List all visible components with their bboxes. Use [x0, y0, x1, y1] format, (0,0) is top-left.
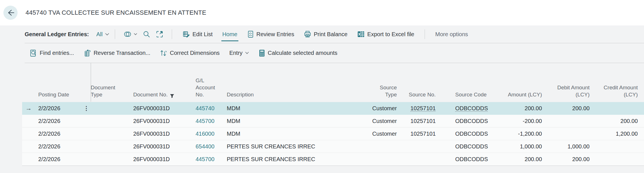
- reverse-transaction-button[interactable]: Reverse Transaction...: [84, 49, 150, 57]
- search-button[interactable]: [143, 31, 150, 38]
- source-type-cell[interactable]: Customer: [367, 118, 397, 124]
- col-header-source-code[interactable]: Source Code: [436, 91, 505, 102]
- printer-icon: [304, 31, 311, 38]
- chevron-down-icon: [245, 52, 249, 54]
- find-entries-icon: [30, 49, 37, 57]
- description-cell[interactable]: MDM: [227, 131, 367, 137]
- list-caption: General Ledger Entries:: [25, 31, 89, 38]
- amount-cell[interactable]: -200.00: [505, 118, 542, 124]
- focus-mode-button[interactable]: [156, 31, 163, 38]
- back-button[interactable]: [3, 6, 18, 20]
- col-header-gl-account-no[interactable]: G/L Account No.: [196, 77, 227, 102]
- posting-date-cell[interactable]: 2/2/2026: [38, 105, 82, 112]
- page-title: 445740 TVA COLLECTEE SUR ENCAISSEMENT EN…: [26, 9, 206, 16]
- source-code-cell[interactable]: ODBCODDS: [436, 131, 505, 137]
- calculate-selected-amounts-button[interactable]: Calculate selected amounts: [259, 49, 338, 57]
- review-entries-button[interactable]: Review Entries: [247, 31, 294, 38]
- amount-cell[interactable]: 200.00: [505, 156, 542, 163]
- col-header-description[interactable]: Description: [227, 91, 367, 102]
- entry-dropdown[interactable]: Entry: [229, 50, 249, 56]
- debit-amount-cell[interactable]: 1,000.00: [542, 143, 590, 150]
- scope-filter-dropdown[interactable]: All: [96, 31, 109, 38]
- table-row[interactable]: 2/2/2026 26FV000031D 445700 MDM Customer…: [22, 115, 644, 127]
- description-cell[interactable]: MDM: [227, 118, 367, 124]
- review-entries-icon: [247, 31, 254, 38]
- posting-date-cell[interactable]: 2/2/2026: [38, 156, 82, 163]
- table-bottom-border: [22, 166, 644, 166]
- document-no-cell[interactable]: 26FV000031D: [133, 118, 196, 124]
- posting-date-cell[interactable]: 2/2/2026: [38, 118, 82, 124]
- table-row[interactable]: → 2/2/2026 ⋮ 26FV000031D 445740 MDM Cust…: [22, 102, 644, 115]
- gl-account-no-link[interactable]: 416000: [196, 131, 227, 137]
- calculator-icon: [259, 49, 265, 57]
- col-header-document-type[interactable]: Document Type: [91, 84, 133, 102]
- correct-dimensions-button[interactable]: Correct Dimensions: [160, 49, 220, 57]
- export-excel-button[interactable]: Export to Excel file: [357, 31, 414, 38]
- col-header-posting-date[interactable]: Posting Date: [38, 91, 82, 102]
- more-options-button[interactable]: More options: [435, 31, 468, 38]
- description-cell[interactable]: MDM: [227, 105, 367, 112]
- copilot-icon: [124, 31, 132, 38]
- document-no-cell[interactable]: 26FV000031D: [133, 131, 196, 137]
- excel-icon: [357, 31, 365, 38]
- table-header: Posting Date Document Type Document No. …: [22, 63, 644, 102]
- source-no-cell[interactable]: 10257101: [397, 131, 436, 137]
- title-bar: 445740 TVA COLLECTEE SUR ENCAISSEMENT EN…: [0, 0, 644, 25]
- gl-account-no-link[interactable]: 445740: [196, 105, 227, 112]
- gl-account-no-link[interactable]: 654400: [196, 143, 227, 150]
- description-cell[interactable]: PERTES SUR CREANCES IRREC: [227, 156, 367, 163]
- col-header-source-no[interactable]: Source No.: [397, 91, 436, 102]
- col-header-debit-amount-lcy[interactable]: Debit Amount (LCY): [542, 84, 590, 102]
- edit-list-button[interactable]: Edit List: [183, 31, 213, 38]
- document-no-cell[interactable]: 26FV000031D: [133, 143, 196, 150]
- list-toolbar: General Ledger Entries: All: [0, 25, 644, 43]
- source-type-cell[interactable]: Customer: [367, 105, 397, 112]
- posting-date-cell[interactable]: 2/2/2026: [38, 143, 82, 150]
- source-no-cell[interactable]: 10257101: [397, 118, 436, 124]
- chevron-down-icon: [105, 33, 109, 36]
- action-bar: Find entries... Reverse Transaction... C…: [0, 43, 644, 63]
- amount-cell[interactable]: 200.00: [505, 105, 542, 112]
- toolbar-divider: [172, 29, 172, 39]
- description-cell[interactable]: PERTES SUR CREANCES IRREC: [227, 143, 367, 150]
- posting-date-cell[interactable]: 2/2/2026: [38, 131, 82, 137]
- credit-amount-cell[interactable]: 200.00: [590, 118, 644, 124]
- chevron-down-icon: [134, 33, 137, 35]
- source-no-cell: 10257101: [397, 105, 436, 112]
- document-no-cell[interactable]: 26FV000031D: [133, 105, 196, 112]
- correct-dimensions-icon: [160, 49, 167, 57]
- print-balance-button[interactable]: Print Balance: [304, 31, 348, 38]
- amount-cell[interactable]: -1,200.00: [505, 131, 542, 137]
- table-row[interactable]: 2/2/2026 26FV000031D 445700 PERTES SUR C…: [22, 153, 644, 166]
- tab-home[interactable]: Home: [222, 31, 237, 38]
- selected-row-arrow-icon: →: [22, 105, 38, 112]
- col-header-source-type[interactable]: Source Type: [367, 84, 397, 102]
- source-code-cell: ODBCODDS: [436, 105, 505, 112]
- toolbar-divider: [425, 29, 425, 39]
- col-header-amount-lcy[interactable]: Amount (LCY): [505, 91, 542, 102]
- copilot-button[interactable]: [124, 31, 137, 38]
- table-row[interactable]: 2/2/2026 26FV000031D 654400 PERTES SUR C…: [22, 140, 644, 153]
- arrow-left-icon: [7, 9, 14, 16]
- source-code-cell[interactable]: ODBCODDS: [436, 143, 505, 150]
- col-header-credit-amount-lcy[interactable]: Credit Amount (LCY): [590, 84, 644, 102]
- filter-icon: [170, 94, 174, 98]
- page-content: General Ledger Entries: All: [0, 25, 644, 173]
- credit-amount-cell[interactable]: 1,200.00: [590, 131, 644, 137]
- frozen-pane-divider: [91, 63, 91, 102]
- debit-amount-cell[interactable]: 200.00: [542, 105, 590, 112]
- table-row[interactable]: 2/2/2026 26FV000031D 416000 MDM Customer…: [22, 127, 644, 140]
- amount-cell[interactable]: 1,000.00: [505, 143, 542, 150]
- gl-account-no-link[interactable]: 445700: [196, 118, 227, 124]
- gl-account-no-link[interactable]: 445700: [196, 156, 227, 163]
- col-header-document-no[interactable]: Document No.: [133, 91, 196, 102]
- focus-mode-icon: [156, 31, 163, 38]
- document-no-cell[interactable]: 26FV000031D: [133, 156, 196, 163]
- source-type-cell[interactable]: Customer: [367, 131, 397, 137]
- source-code-cell[interactable]: ODBCODDS: [436, 156, 505, 163]
- source-code-cell[interactable]: ODBCODDS: [436, 118, 505, 124]
- find-entries-button[interactable]: Find entries...: [30, 49, 74, 57]
- toolbar-divider: [115, 29, 115, 39]
- row-menu-button[interactable]: ⋮: [82, 105, 91, 112]
- debit-amount-cell[interactable]: 200.00: [542, 156, 590, 163]
